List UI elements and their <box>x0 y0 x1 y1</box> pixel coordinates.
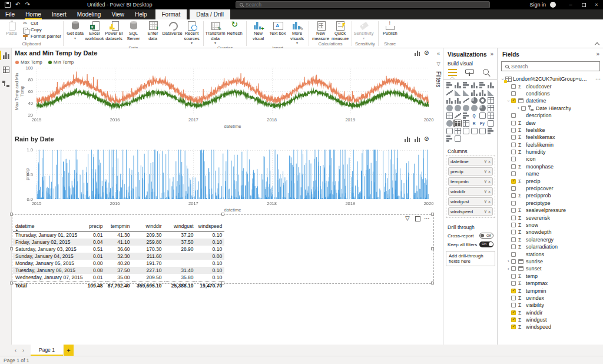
checkbox-unchecked[interactable] <box>521 106 526 111</box>
chevron-icon[interactable]: › <box>516 106 521 110</box>
visual-type-donut-chart[interactable] <box>478 97 486 104</box>
field-item-windgust[interactable]: Σwindgust <box>498 316 603 323</box>
visual-type-100-stacked-bar-chart[interactable] <box>478 81 486 89</box>
visual-type-ribbon-chart[interactable] <box>486 89 495 97</box>
page-tab-page-1[interactable]: Page 1 <box>31 345 63 356</box>
column-header-precip[interactable]: precip <box>85 222 105 231</box>
visual-type-line-and-clustered-column-chart[interactable] <box>478 89 486 97</box>
transform-data-button[interactable]: Transform data▾ <box>206 20 225 45</box>
visual-type-100-stacked-column-chart[interactable] <box>486 81 495 89</box>
field-well-windspeed[interactable]: windspeed∨× <box>448 207 493 216</box>
field-well-tempmin[interactable]: tempmin∨× <box>448 177 493 186</box>
ignore-interactions-icon[interactable]: ⊘ <box>424 49 430 56</box>
field-item-visibility[interactable]: Σvisibility <box>498 302 603 309</box>
temp-chart-plot[interactable] <box>37 68 429 115</box>
visual-type-synoptic-panel[interactable] <box>478 127 486 135</box>
checkbox-unchecked[interactable] <box>511 296 516 300</box>
field-item-precip[interactable]: Σprecip <box>498 177 603 184</box>
dataverse-button[interactable]: Dataverse <box>163 20 182 37</box>
field-item-conditions[interactable]: conditions <box>498 90 603 97</box>
drill-icon[interactable] <box>414 49 420 56</box>
visual-type-arcgis-map[interactable] <box>445 120 453 127</box>
checkbox-unchecked[interactable] <box>511 128 516 133</box>
visual-rain-bar-chart[interactable]: Rain by Date ⊘ precip datetime 1.00.50.0… <box>12 134 434 213</box>
menu-item-file[interactable]: File <box>0 9 20 19</box>
table-row[interactable]: Tuesday, January 06, 20150.0837.50227.10… <box>13 267 224 274</box>
table-row[interactable]: Thursday, January 01, 20150.0141.30209.3… <box>13 231 224 239</box>
chevron-down-icon[interactable]: ∨ <box>484 179 487 184</box>
column-header-windgust[interactable]: windgust <box>164 222 196 231</box>
column-header-datetime[interactable]: datetime▲ <box>13 222 85 231</box>
menu-item-format[interactable]: Format <box>155 9 187 19</box>
checkbox-unchecked[interactable] <box>511 164 516 169</box>
checkbox-unchecked[interactable] <box>511 230 516 234</box>
visual-type-python-visual[interactable]: Py <box>478 120 486 127</box>
field-item-snowdepth[interactable]: Σsnowdepth <box>498 229 603 236</box>
field-item-feelslikemin[interactable]: Σfeelslikemin <box>498 141 603 148</box>
collapse-fields-icon[interactable]: » <box>596 51 599 57</box>
visual-type-stacked-bar-chart[interactable] <box>445 81 453 89</box>
table-row[interactable]: Friday, January 02, 20150.0441.10259.803… <box>13 239 224 246</box>
rail-item-report-view[interactable] <box>0 48 12 62</box>
resize-handle[interactable] <box>10 282 13 284</box>
rain-chart-plot[interactable] <box>37 150 429 199</box>
tab-format-visual[interactable] <box>463 67 476 78</box>
field-item-solarenergy[interactable]: Σsolarenergy <box>498 236 603 243</box>
excel-workbook-button[interactable]: Excel workbook <box>85 20 104 41</box>
field-item-snow[interactable]: Σsnow <box>498 221 603 229</box>
new-page-button[interactable]: + <box>64 345 74 356</box>
fields-root-table[interactable]: ›London%2CUK?unitGroup=us&include=days&k… <box>498 75 603 82</box>
checkbox-unchecked[interactable] <box>511 121 516 125</box>
checkbox-checked[interactable] <box>511 179 516 184</box>
field-item-icon[interactable]: icon <box>498 155 603 163</box>
checkbox-checked[interactable] <box>511 317 516 322</box>
checkbox-unchecked[interactable] <box>511 252 516 257</box>
resize-handle[interactable] <box>10 247 13 250</box>
checkbox-checked[interactable] <box>511 325 516 329</box>
checkbox-unchecked[interactable] <box>511 208 516 213</box>
chevron-down-icon[interactable]: ∨ <box>484 169 487 174</box>
field-item-feelslike[interactable]: Σfeelslike <box>498 127 603 134</box>
keep-all-filters-toggle[interactable]: On <box>479 241 493 247</box>
checkbox-checked[interactable] <box>511 310 516 315</box>
text-box-button[interactable]: Text box <box>268 20 287 37</box>
checkbox-checked[interactable] <box>511 289 516 293</box>
field-item-windspeed[interactable]: Σwindspeed <box>498 323 603 330</box>
visual-type-kpi[interactable] <box>453 112 462 120</box>
more-visuals-button[interactable]: More visuals▾ <box>287 20 307 45</box>
visual-type-timeline-slicer[interactable] <box>445 135 453 143</box>
field-item-sealevelpressure[interactable]: Σsealevelpressure <box>498 207 603 214</box>
filter-icon[interactable]: ▽ <box>405 215 412 221</box>
add-drill-through-fields-well[interactable]: Add drill-through fields here <box>446 251 495 266</box>
field-item-feelslikemax[interactable]: Σfeelslikemax <box>498 134 603 141</box>
checkbox-unchecked[interactable] <box>511 193 516 198</box>
undo-icon[interactable]: ↶ <box>15 2 20 8</box>
sign-in-button[interactable]: Sign in <box>529 2 546 8</box>
filters-collapsed-pane[interactable]: « ▽ Filters <box>434 48 443 345</box>
checkbox-unchecked[interactable] <box>511 244 516 249</box>
visual-type-azure-map[interactable] <box>470 104 478 112</box>
cross-report-toggle[interactable]: Off <box>479 233 493 239</box>
collapse-ribbon-icon[interactable] <box>595 41 599 46</box>
checkbox-unchecked[interactable] <box>511 171 516 176</box>
visual-type-chiclet-slicer[interactable] <box>486 127 495 135</box>
visual-type-matrix[interactable] <box>462 120 470 127</box>
visual-data-table[interactable]: ▽ ⋯ datetime▲preciptempminwinddirwindgus… <box>12 214 434 284</box>
remove-field-icon[interactable]: × <box>488 200 491 204</box>
field-well-windgust[interactable]: windgust∨× <box>448 197 493 206</box>
field-item-name[interactable]: name <box>498 170 603 177</box>
visual-type-power-automate[interactable] <box>470 127 478 135</box>
next-page-icon[interactable]: › <box>19 345 27 356</box>
checkbox-unchecked[interactable] <box>511 216 516 220</box>
field-item-cloudcover[interactable]: Σcloudcover <box>498 82 603 90</box>
chevron-icon[interactable]: › <box>506 267 511 271</box>
recent-sources-button[interactable]: Recent sources▾ <box>182 20 201 45</box>
visual-type-power-apps[interactable] <box>462 127 470 135</box>
global-search-box[interactable] <box>236 1 490 8</box>
checkbox-unchecked[interactable] <box>511 150 516 154</box>
visual-type-clustered-bar-chart[interactable] <box>462 81 470 89</box>
visual-type-treemap[interactable] <box>486 97 495 104</box>
new-visual-button[interactable]: New visual <box>249 20 268 41</box>
checkbox-unchecked[interactable] <box>511 223 516 227</box>
remove-field-icon[interactable]: × <box>488 170 491 174</box>
